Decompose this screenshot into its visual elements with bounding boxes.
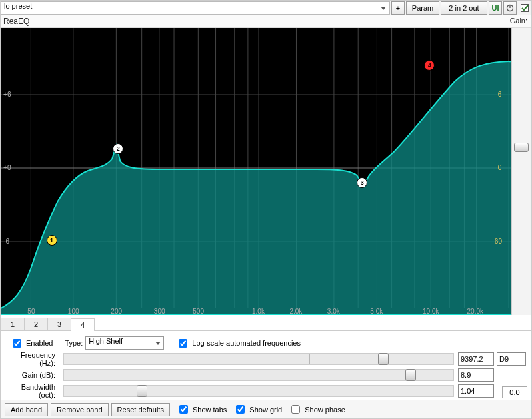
band-handle-1[interactable]: 1	[47, 235, 57, 246]
frequency-note[interactable]	[497, 352, 526, 366]
svg-text:2.0k: 2.0k	[289, 308, 303, 315]
enabled-checkbox[interactable]: Enabled	[10, 337, 53, 350]
svg-text:+0: +0	[3, 164, 11, 171]
remove-band-button[interactable]: Remove band	[51, 403, 109, 416]
show-tabs-checkbox[interactable]: Show tabs	[177, 403, 227, 416]
band-tabs: 1234	[1, 318, 531, 331]
svg-text:100: 100	[68, 308, 79, 315]
gain-slider[interactable]	[63, 369, 454, 381]
frequency-value[interactable]	[458, 352, 494, 366]
plugin-name: ReaEQ	[3, 17, 29, 26]
tab-band-2[interactable]: 2	[24, 318, 48, 330]
frequency-slider[interactable]	[63, 353, 454, 365]
svg-text:60: 60	[495, 238, 503, 245]
band-handle-3[interactable]: 3	[357, 177, 367, 188]
enabled-checkbox[interactable]	[518, 1, 531, 15]
svg-text:+6: +6	[3, 91, 11, 98]
svg-text:10.0k: 10.0k	[423, 308, 440, 315]
output-gain-readout: 0.0	[502, 386, 527, 398]
bandwidth-value[interactable]	[458, 384, 494, 398]
power-icon	[506, 4, 514, 12]
type-label: Type:	[65, 339, 83, 347]
gain-label: Gain:	[510, 17, 529, 26]
band-handle-2[interactable]: 2	[113, 143, 123, 154]
gain-db-label: Gain (dB):	[6, 371, 59, 379]
svg-text:1.0k: 1.0k	[252, 308, 265, 315]
check-icon	[521, 4, 529, 12]
bandwidth-thumb[interactable]	[137, 385, 147, 397]
svg-text:5.0k: 5.0k	[370, 308, 383, 315]
ui-toggle-button[interactable]: UI	[489, 1, 502, 15]
gain-value[interactable]	[458, 368, 494, 382]
svg-text:-6: -6	[3, 238, 9, 245]
eq-graph[interactable]: +6 +0 -6 6 0 60 50 100 200 300 500 1.0k …	[1, 28, 511, 315]
svg-text:20.0k: 20.0k	[467, 308, 484, 315]
svg-text:50: 50	[27, 308, 35, 315]
preset-select[interactable]: lo preset	[1, 1, 390, 15]
tab-band-4[interactable]: 4	[71, 318, 95, 331]
gain-thumb[interactable]	[405, 369, 416, 381]
type-select[interactable]: High Shelf	[85, 336, 164, 350]
svg-text:200: 200	[111, 308, 122, 315]
frequency-label: Frequency (Hz):	[6, 351, 59, 367]
svg-text:300: 300	[154, 308, 165, 315]
show-grid-checkbox[interactable]: Show grid	[233, 403, 282, 416]
tab-band-1[interactable]: 1	[1, 318, 25, 330]
svg-text:0: 0	[498, 164, 502, 171]
log-scale-checkbox[interactable]: Log-scale automated frequencies	[176, 337, 301, 350]
preset-add-button[interactable]: +	[391, 1, 405, 15]
eq-curve-svg: +6 +0 -6 6 0 60 50 100 200 300 500 1.0k …	[1, 28, 511, 315]
output-gain-thumb[interactable]	[514, 143, 529, 152]
tab-band-3[interactable]: 3	[47, 318, 71, 330]
reset-defaults-button[interactable]: Reset defaults	[111, 403, 170, 416]
bypass-icon[interactable]	[503, 1, 517, 15]
svg-text:6: 6	[498, 91, 502, 98]
frequency-thumb[interactable]	[378, 353, 389, 365]
band-handle-4[interactable]: 4	[424, 60, 435, 71]
svg-text:500: 500	[193, 308, 204, 315]
io-routing-button[interactable]: 2 in 2 out	[441, 1, 487, 15]
bandwidth-slider[interactable]	[63, 385, 454, 397]
svg-text:3.0k: 3.0k	[327, 308, 341, 315]
show-phase-checkbox[interactable]: Show phase	[289, 403, 345, 416]
bandwidth-label: Bandwidth (oct):	[6, 383, 59, 399]
output-gain-slider[interactable]	[511, 28, 531, 315]
param-button[interactable]: Param	[406, 1, 439, 15]
add-band-button[interactable]: Add band	[5, 403, 48, 416]
preset-select-value: lo preset	[4, 2, 32, 10]
